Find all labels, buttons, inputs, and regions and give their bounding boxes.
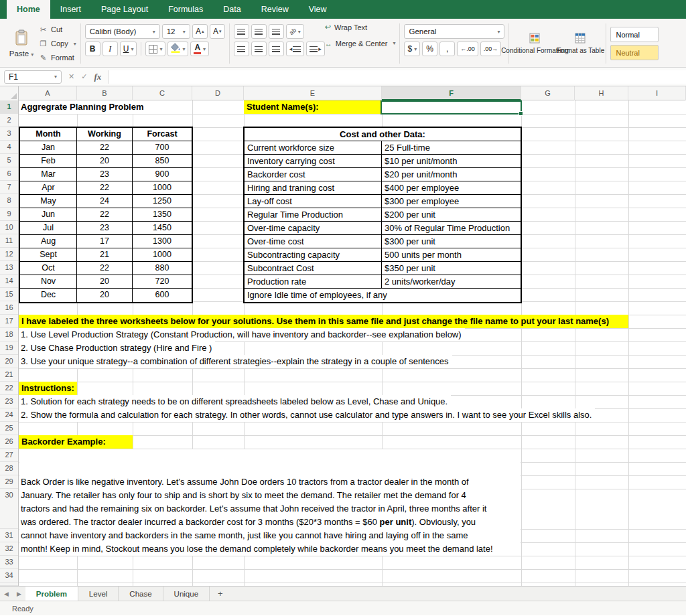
ribbon-tab-data[interactable]: Data [213, 0, 251, 19]
month-table-cell[interactable]: 850 [133, 155, 192, 167]
align-top-button[interactable] [234, 24, 249, 39]
select-all-corner[interactable] [0, 86, 19, 100]
row-header-21[interactable]: 21 [0, 368, 18, 382]
month-table-cell[interactable]: 24 [77, 195, 133, 208]
name-box[interactable]: F1▾ [4, 70, 62, 84]
format-as-table-button[interactable]: Format as Table [559, 33, 602, 54]
cell-strategy-line-2[interactable]: 2. Use Chase Production strategy (Hire a… [19, 341, 215, 355]
comma-style-button[interactable]: , [439, 42, 455, 56]
ribbon-tab-formulas[interactable]: Formulas [158, 0, 213, 19]
row-header-4[interactable]: 4 [0, 141, 18, 154]
cost-table-value-cell[interactable]: 25 Full-time [382, 141, 521, 154]
orientation-button[interactable]: ab▾ [286, 24, 304, 39]
font-name-select[interactable]: Calibri (Body)▾ [85, 24, 160, 39]
column-header-e[interactable]: E [244, 86, 382, 100]
month-table-cell[interactable]: May [20, 195, 77, 208]
percent-style-button[interactable]: % [422, 42, 437, 56]
row-header-26[interactable]: 26 [0, 435, 18, 449]
row-header-14[interactable]: 14 [0, 275, 18, 288]
column-header-f[interactable]: F [382, 86, 521, 100]
ribbon-tab-review[interactable]: Review [251, 0, 299, 19]
row-header-7[interactable]: 7 [0, 181, 18, 194]
wrap-text-button[interactable]: ↩Wrap Text [325, 21, 396, 33]
row-header-22[interactable]: 22 [0, 382, 18, 395]
month-table-cell[interactable]: 1250 [133, 195, 192, 208]
row-header-29[interactable]: 29 [0, 475, 18, 489]
month-table-header-cell[interactable]: Forcast [133, 128, 192, 141]
cell-e1-student-label[interactable]: Student Name(s): [244, 100, 382, 114]
month-table-cell[interactable]: 20 [77, 155, 133, 167]
paste-button[interactable]: Paste▾ [5, 21, 38, 66]
month-table-cell[interactable]: Apr [20, 181, 77, 194]
row-header-33[interactable]: 33 [0, 556, 18, 569]
month-table-cell[interactable]: 22 [77, 208, 133, 221]
row-header-13[interactable]: 13 [0, 261, 18, 275]
row-header-25[interactable]: 25 [0, 422, 18, 435]
month-table-cell[interactable]: 17 [77, 235, 133, 248]
merge-center-button[interactable]: ↔Merge & Center▾ [325, 37, 396, 49]
cost-table-label-cell[interactable]: Production rate [245, 275, 382, 288]
month-table-cell[interactable]: 720 [133, 275, 192, 288]
backorder-paragraph-block[interactable]: Back Order is like negative inventory. L… [19, 449, 521, 556]
month-table-cell[interactable]: 20 [77, 275, 133, 288]
cell-a1-title[interactable]: Aggregrate Planning Problem [19, 100, 143, 114]
cost-table-value-cell[interactable]: $300 per unit [382, 235, 521, 248]
row-header-27[interactable]: 27 [0, 449, 18, 462]
month-table-cell[interactable]: 1000 [133, 181, 192, 194]
cost-table-label-cell[interactable]: Regular Time Production [245, 208, 382, 221]
cell-a22-instructions-label[interactable]: Instructions: [19, 382, 77, 395]
row-header-18[interactable]: 18 [0, 328, 18, 341]
month-table-cell[interactable]: 1000 [133, 248, 192, 261]
month-table-cell[interactable]: 22 [77, 141, 133, 154]
row-header-34[interactable]: 34 [0, 569, 18, 583]
decrease-indent-button[interactable]: ◂ [286, 42, 305, 56]
month-table-cell[interactable]: Nov [20, 275, 77, 288]
align-bottom-button[interactable] [269, 24, 284, 39]
format-painter-button[interactable]: ✎Format [39, 52, 76, 64]
cost-table-value-cell[interactable]: $20 per unit/month [382, 168, 521, 181]
month-table-header-cell[interactable]: Working Days [77, 128, 133, 141]
column-header-d[interactable]: D [192, 86, 244, 100]
sheet-nav-right-icon[interactable]: ▶ [13, 587, 25, 601]
sheet-tab-unique[interactable]: Unique [163, 587, 210, 601]
month-table-cell[interactable]: 1300 [133, 235, 192, 248]
sheet-nav-left-icon[interactable]: ◀ [0, 587, 13, 601]
row-header-28[interactable]: 28 [0, 462, 18, 475]
cost-table-value-cell[interactable]: $10 per unit/month [382, 155, 521, 167]
month-table-cell[interactable]: Oct [20, 262, 77, 275]
add-sheet-button[interactable]: + [210, 587, 231, 601]
cost-table-value-cell[interactable]: $200 per unit [382, 208, 521, 221]
row-header-9[interactable]: 9 [0, 208, 18, 221]
column-header-c[interactable]: C [133, 86, 192, 100]
enter-icon[interactable]: ✓ [81, 72, 87, 81]
cost-table-label-cell[interactable]: Lay-off cost [245, 195, 382, 208]
month-table-cell[interactable]: 21 [77, 248, 133, 261]
row-header-24[interactable]: 24 [0, 408, 18, 422]
month-table-cell[interactable]: Aug [20, 235, 77, 248]
row-header-20[interactable]: 20 [0, 355, 18, 368]
selected-cell-f1[interactable] [381, 100, 522, 114]
month-table-cell[interactable]: 23 [77, 168, 133, 181]
underline-button[interactable]: U▾ [120, 42, 137, 56]
column-header-a[interactable]: A [19, 86, 77, 100]
bold-button[interactable]: B [85, 42, 100, 56]
cost-table-value-cell[interactable]: 500 units per month [382, 248, 521, 261]
row-header-35[interactable]: 35 [0, 583, 18, 586]
column-header-b[interactable]: B [77, 86, 133, 100]
align-left-button[interactable] [234, 42, 249, 56]
row-header-16[interactable]: 16 [0, 301, 18, 315]
month-table-cell[interactable]: 22 [77, 181, 133, 194]
cost-table-label-cell[interactable]: Hiring and traning cost [245, 181, 382, 194]
month-table-cell[interactable]: Jul [20, 222, 77, 234]
month-table-cell[interactable]: Jun [20, 208, 77, 221]
cost-table[interactable]: Cost and other Data:Current workforce si… [243, 127, 522, 303]
cost-table-value-cell[interactable]: $300 per employee [382, 195, 521, 208]
sheet-tab-problem[interactable]: Problem [25, 587, 78, 601]
cost-table-value-cell[interactable]: $400 per employee [382, 181, 521, 194]
row-header-12[interactable]: 12 [0, 248, 18, 261]
month-table-header-cell[interactable]: Month [20, 128, 77, 141]
month-table-cell[interactable]: Mar [20, 168, 77, 181]
row-header-2[interactable]: 2 [0, 114, 18, 127]
italic-button[interactable]: I [102, 42, 118, 56]
month-table-cell[interactable]: 20 [77, 289, 133, 302]
